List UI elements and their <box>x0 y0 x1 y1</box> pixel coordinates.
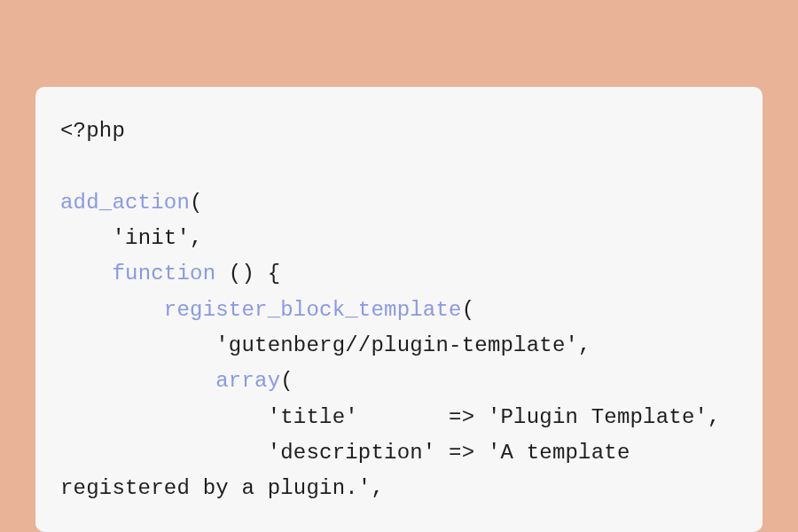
code-text: ( <box>280 369 293 393</box>
code-text: () { <box>215 262 280 286</box>
code-pad <box>60 298 164 322</box>
code-line: <?php <box>60 119 125 143</box>
code-pad <box>60 369 215 393</box>
code-text: ( <box>462 298 475 322</box>
code-kw: function <box>112 262 215 286</box>
code-text: ( <box>190 191 203 215</box>
code-line: 'description' => 'A template registered … <box>60 441 643 500</box>
code-line: 'gutenberg//plugin-template', <box>60 333 591 357</box>
code-kw: array <box>215 369 280 393</box>
code-pad <box>60 262 112 286</box>
code-content: <?php add_action( 'init', function () { … <box>60 113 738 506</box>
code-block: <?php add_action( 'init', function () { … <box>35 87 763 532</box>
code-fn: register_block_template <box>164 298 462 322</box>
code-line: 'title' => 'Plugin Template', <box>60 405 721 429</box>
code-fn: add_action <box>60 191 190 215</box>
code-line: 'init', <box>60 226 203 250</box>
